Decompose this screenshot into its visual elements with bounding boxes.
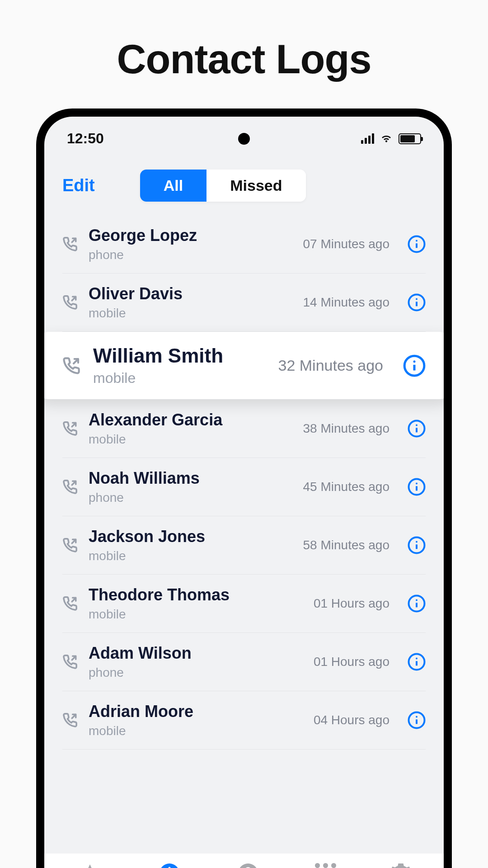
call-name: Jackson Jones (89, 527, 292, 546)
info-button[interactable] (408, 711, 426, 729)
outgoing-call-icon (62, 654, 78, 670)
edit-button[interactable]: Edit (62, 176, 95, 195)
tab-bar: Favorites Recents Contacts Keypad Settin… (44, 854, 444, 868)
info-button[interactable] (408, 235, 426, 253)
outgoing-call-icon (62, 712, 78, 728)
call-time: 01 Hours ago (314, 655, 389, 669)
svg-point-16 (416, 541, 418, 543)
filter-segmented: All Missed (140, 170, 306, 202)
call-row[interactable]: Adrian Moore mobile 04 Hours ago (62, 691, 426, 750)
call-time: 04 Hours ago (314, 713, 389, 727)
wifi-icon (380, 130, 392, 147)
battery-icon (399, 133, 421, 144)
call-main: Theodore Thomas mobile (89, 585, 303, 622)
call-line-type: mobile (89, 607, 303, 622)
svg-point-4 (416, 298, 418, 300)
call-time: 32 Minutes ago (278, 357, 384, 374)
call-row[interactable]: Adam Wilson phone 01 Hours ago (62, 633, 426, 691)
call-line-type: mobile (93, 370, 266, 387)
call-row[interactable]: Oliver Davis mobile 14 Minutes ago (62, 274, 426, 332)
call-main: Adam Wilson phone (89, 644, 303, 680)
call-time: 45 Minutes ago (303, 480, 389, 494)
segment-missed[interactable]: Missed (206, 170, 305, 202)
call-name: Oliver Davis (89, 284, 292, 303)
call-name: Adam Wilson (89, 644, 303, 663)
info-button[interactable] (408, 594, 426, 613)
gear-icon (390, 863, 412, 868)
call-line-type: mobile (89, 724, 303, 738)
svg-point-22 (416, 658, 418, 660)
camera-notch (238, 133, 250, 145)
call-row[interactable]: George Lopez phone 07 Minutes ago (62, 215, 426, 274)
outgoing-call-icon (62, 236, 78, 252)
call-time: 14 Minutes ago (303, 295, 389, 310)
person-icon (237, 863, 259, 868)
info-button[interactable] (403, 354, 426, 377)
call-time: 58 Minutes ago (303, 538, 389, 552)
keypad-icon (315, 863, 336, 868)
call-row[interactable]: Noah Williams phone 45 Minutes ago (62, 458, 426, 516)
outgoing-call-icon (62, 479, 78, 495)
info-button[interactable] (408, 293, 426, 311)
call-list: George Lopez phone 07 Minutes ago Oliver… (44, 215, 444, 750)
tab-recents[interactable]: Recents (150, 863, 189, 868)
svg-point-19 (416, 599, 418, 601)
outgoing-call-icon (62, 357, 80, 375)
phone-frame: 12:50 Edit All Missed George Lopez (36, 108, 452, 868)
call-main: William Smith mobile (93, 344, 266, 387)
tab-keypad[interactable]: Keypad (307, 863, 344, 868)
tab-contacts[interactable]: Contacts (227, 863, 270, 868)
outgoing-call-icon (62, 596, 78, 611)
call-name: William Smith (93, 344, 266, 367)
svg-point-25 (416, 716, 418, 718)
segment-all[interactable]: All (140, 170, 206, 202)
call-row-highlighted[interactable]: William Smith mobile 32 Minutes ago (44, 332, 444, 399)
call-name: Adrian Moore (89, 702, 303, 721)
call-row[interactable]: Alexander Garcia mobile 38 Minutes ago (62, 400, 426, 458)
outgoing-call-icon (62, 538, 78, 553)
call-main: Oliver Davis mobile (89, 284, 292, 321)
call-line-type: mobile (89, 306, 292, 321)
svg-point-10 (416, 425, 418, 426)
outgoing-call-icon (62, 295, 78, 310)
call-name: Alexander Garcia (89, 410, 292, 429)
call-name: George Lopez (89, 226, 292, 245)
outgoing-call-icon (62, 421, 78, 436)
call-line-type: phone (89, 248, 292, 262)
call-name: Noah Williams (89, 469, 292, 488)
call-main: Alexander Garcia mobile (89, 410, 292, 447)
info-button[interactable] (408, 536, 426, 554)
info-button[interactable] (408, 478, 426, 496)
call-main: Noah Williams phone (89, 469, 292, 505)
tab-settings[interactable]: Settings (381, 863, 421, 868)
recents-header: Edit All Missed (44, 151, 444, 215)
clock-icon (159, 863, 180, 868)
call-row[interactable]: Jackson Jones mobile 58 Minutes ago (62, 516, 426, 575)
call-time: 38 Minutes ago (303, 421, 389, 436)
call-row[interactable]: Theodore Thomas mobile 01 Hours ago (62, 575, 426, 633)
signal-icon (361, 133, 374, 144)
call-line-type: phone (89, 665, 303, 680)
call-main: Jackson Jones mobile (89, 527, 292, 563)
svg-point-7 (413, 360, 416, 363)
call-time: 07 Minutes ago (303, 237, 389, 251)
clock-text: 12:50 (67, 130, 104, 147)
call-main: Adrian Moore mobile (89, 702, 303, 738)
call-line-type: phone (89, 491, 292, 505)
call-name: Theodore Thomas (89, 585, 303, 604)
page-title: Contact Logs (0, 36, 488, 83)
svg-point-13 (416, 483, 418, 485)
call-time: 01 Hours ago (314, 596, 389, 611)
star-icon (79, 863, 101, 868)
svg-point-1 (416, 240, 418, 242)
info-button[interactable] (408, 420, 426, 438)
tab-favorites[interactable]: Favorites (67, 863, 112, 868)
info-button[interactable] (408, 653, 426, 671)
call-line-type: mobile (89, 549, 292, 563)
call-line-type: mobile (89, 432, 292, 447)
call-main: George Lopez phone (89, 226, 292, 262)
phone-screen: 12:50 Edit All Missed George Lopez (44, 117, 444, 868)
